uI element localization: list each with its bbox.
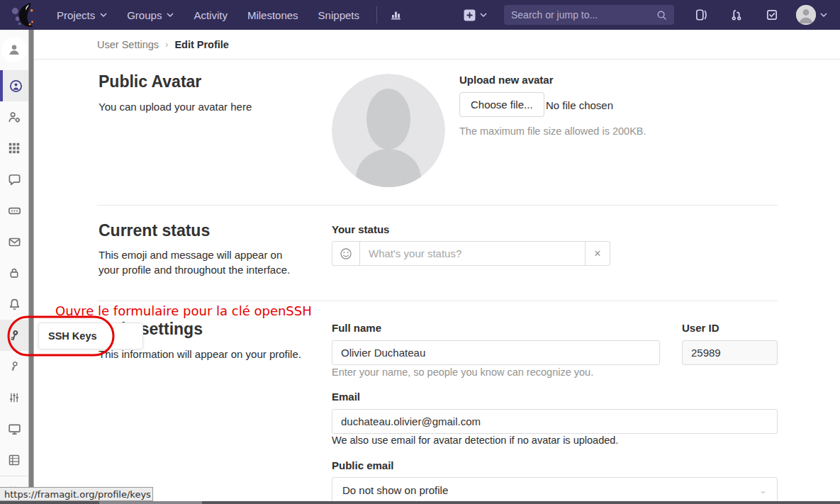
log-table-icon xyxy=(8,454,21,466)
bell-icon xyxy=(8,298,21,311)
public-email-label: Public email xyxy=(332,459,394,471)
access-tokens-icon xyxy=(8,204,21,218)
gpg-key-icon xyxy=(8,360,21,373)
nav-groups[interactable]: Groups xyxy=(117,0,184,30)
search-icon xyxy=(656,10,667,21)
navbar-separator xyxy=(376,6,377,23)
plus-square-icon xyxy=(464,9,476,21)
nav-milestones[interactable]: Milestones xyxy=(237,0,308,30)
chevron-down-icon xyxy=(167,13,174,18)
sidebar-item-password[interactable] xyxy=(0,257,28,289)
sliders-icon xyxy=(8,391,21,404)
nav-projects[interactable]: Projects xyxy=(47,0,117,30)
lock-icon xyxy=(8,267,21,279)
current-status-description: This emoji and message will appear on yo… xyxy=(99,247,301,277)
sidebar-item-access-tokens[interactable] xyxy=(0,195,28,226)
current-status-title: Current status xyxy=(99,221,210,240)
smiley-icon xyxy=(340,247,352,260)
nav-groups-label: Groups xyxy=(127,9,162,21)
nav-snippets[interactable]: Snippets xyxy=(308,0,369,30)
horizontal-scrollbar[interactable] xyxy=(0,501,840,504)
global-search-box[interactable]: Search or jump to... xyxy=(504,5,674,25)
sidebar-item-preferences[interactable] xyxy=(0,382,28,413)
section-divider xyxy=(97,301,778,301)
sidebar-item-chat[interactable] xyxy=(0,164,28,195)
settings-sidebar xyxy=(0,30,34,504)
clear-status-button[interactable]: × xyxy=(585,242,610,265)
sidebar-item-profile[interactable] xyxy=(0,70,28,101)
full-name-input[interactable] xyxy=(332,340,660,365)
sidebar-item-authentication-log[interactable] xyxy=(0,444,28,476)
chevron-down-icon xyxy=(480,13,487,18)
no-file-chosen-text: No file chosen xyxy=(546,99,613,111)
sidebar-item-applications[interactable] xyxy=(0,133,28,164)
public-email-select[interactable]: Do not show on profile ⌄ xyxy=(332,477,778,503)
sidebar-item-account[interactable] xyxy=(0,101,28,133)
status-input-group: × xyxy=(332,241,610,266)
sidebar-item-notifications[interactable] xyxy=(0,289,28,320)
upload-new-avatar-label: Upload new avatar xyxy=(459,74,554,86)
edit-profile-page: Projects Groups Activity Milestones Snip… xyxy=(0,0,840,504)
annotation-text: Ouvre le formulaire pour la clé openSSH xyxy=(55,303,312,318)
status-message-input[interactable] xyxy=(360,242,585,265)
chat-bubble-icon xyxy=(8,173,21,186)
navbar-menu: Projects Groups Activity Milestones Snip… xyxy=(47,0,369,30)
current-avatar-image xyxy=(332,74,445,187)
top-navbar: Projects Groups Activity Milestones Snip… xyxy=(0,0,840,30)
user-id-input[interactable] xyxy=(682,340,778,365)
monitor-icon xyxy=(8,422,21,436)
full-name-label: Full name xyxy=(332,322,381,334)
sidebar-item-active-sessions[interactable] xyxy=(0,413,28,444)
nav-projects-label: Projects xyxy=(57,9,95,21)
breadcrumb-current: Edit Profile xyxy=(174,39,229,50)
your-status-label: Your status xyxy=(332,223,389,235)
envelope-icon xyxy=(8,235,21,249)
max-file-size-help: The maximum file size allowed is 200KB. xyxy=(459,125,646,137)
sidebar-scrollbar[interactable] xyxy=(28,30,34,504)
ssh-key-icon xyxy=(8,329,21,342)
sidebar-user-avatar[interactable] xyxy=(1,37,27,62)
email-help: We also use email for avatar detection i… xyxy=(332,435,618,446)
breadcrumb-separator: › xyxy=(165,39,168,50)
public-email-selected-value: Do not show on profile xyxy=(342,484,448,496)
chevron-down-icon xyxy=(820,13,827,18)
sidebar-item-ssh-keys[interactable] xyxy=(0,320,28,351)
merge-requests-icon[interactable] xyxy=(722,0,751,30)
choose-file-button[interactable]: Choose file... xyxy=(459,92,544,117)
nav-activity[interactable]: Activity xyxy=(184,0,237,30)
user-avatar xyxy=(796,5,816,25)
applications-grid-icon xyxy=(8,142,21,155)
new-menu-button[interactable] xyxy=(459,9,491,21)
email-input[interactable] xyxy=(332,409,778,434)
navbar-right: Search or jump to... xyxy=(459,0,830,30)
breadcrumb-user-settings[interactable]: User Settings xyxy=(97,39,159,50)
horizontal-scrollbar-thumb[interactable] xyxy=(99,501,202,504)
sidebar-item-emails[interactable] xyxy=(0,226,28,257)
search-placeholder: Search or jump to... xyxy=(511,9,656,21)
sidebar-item-gpg-keys[interactable] xyxy=(0,351,28,382)
framagit-logo-icon[interactable] xyxy=(10,2,37,28)
browser-status-bar: https://framagit.org/profile/keys xyxy=(0,487,153,501)
user-id-label: User ID xyxy=(682,322,719,334)
public-avatar-description: You can upload your avatar here xyxy=(99,99,252,114)
account-icon xyxy=(8,111,21,124)
charts-icon[interactable] xyxy=(384,0,408,30)
profile-icon xyxy=(9,79,23,93)
todos-icon[interactable] xyxy=(758,0,786,30)
issues-icon[interactable] xyxy=(687,0,715,30)
email-label: Email xyxy=(332,391,360,403)
public-avatar-title: Public Avatar xyxy=(99,72,201,91)
ssh-keys-tooltip: SSH Keys xyxy=(38,323,143,349)
section-divider xyxy=(97,205,778,206)
user-menu-button[interactable] xyxy=(793,5,830,25)
emoji-picker-button[interactable] xyxy=(332,242,360,265)
breadcrumb: User Settings › Edit Profile xyxy=(34,30,840,60)
chevron-down-icon xyxy=(100,13,107,18)
full-name-help: Enter your name, so people you know can … xyxy=(332,366,593,378)
chevron-down-icon: ⌄ xyxy=(759,485,767,495)
